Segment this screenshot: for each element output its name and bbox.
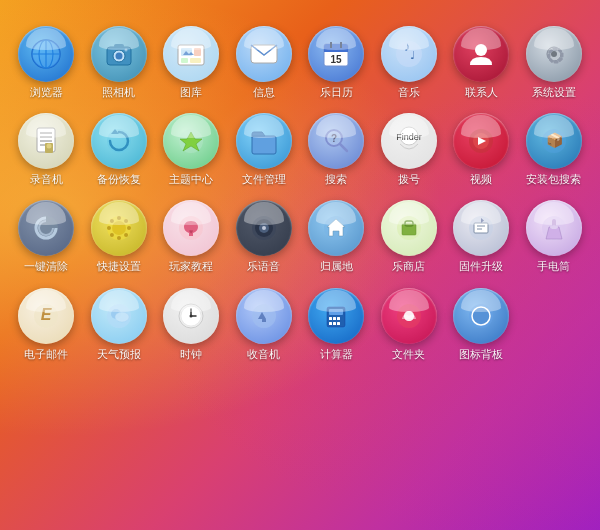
app-item-calculator[interactable]: 计算器	[300, 280, 373, 367]
svg-point-58	[34, 216, 58, 240]
app-label-filemanager: 文件管理	[242, 173, 286, 186]
icon-home	[308, 200, 364, 256]
app-item-folder[interactable]: 文件夹	[373, 280, 446, 367]
svg-point-23	[396, 41, 422, 67]
svg-rect-35	[552, 48, 557, 51]
icon-calculator	[308, 288, 364, 344]
svg-rect-19	[324, 48, 348, 52]
app-item-contacts[interactable]: 联系人	[445, 18, 518, 105]
app-item-flashlight[interactable]: 手电筒	[518, 192, 591, 279]
svg-point-7	[115, 53, 122, 60]
app-item-shortcuts[interactable]: 快捷设置	[83, 192, 156, 279]
app-label-theme: 主题中心	[169, 173, 213, 186]
svg-point-88	[550, 225, 558, 229]
icon-shortcuts	[91, 200, 147, 256]
svg-text:E: E	[41, 306, 53, 323]
app-item-firmware[interactable]: 固件升级	[445, 192, 518, 279]
app-item-calendar[interactable]: 15乐日历	[300, 18, 373, 105]
svg-rect-104	[333, 317, 336, 320]
icon-clock	[163, 288, 219, 344]
svg-rect-81	[474, 223, 488, 233]
app-item-gallery[interactable]: 图库	[155, 18, 228, 105]
app-item-tutorial[interactable]: ♥玩家教程	[155, 192, 228, 279]
icon-search: ?	[308, 113, 364, 169]
svg-rect-31	[553, 61, 558, 64]
icon-gallery	[163, 26, 219, 82]
icon-recorder	[18, 113, 74, 169]
svg-rect-106	[329, 322, 332, 325]
app-item-cleaner[interactable]: 一键清除	[10, 192, 83, 279]
app-item-camera[interactable]: 照相机	[83, 18, 156, 105]
svg-rect-12	[194, 48, 201, 56]
app-label-flashlight: 手电筒	[537, 260, 570, 273]
app-item-video[interactable]: 视频	[445, 105, 518, 192]
svg-point-43	[47, 144, 52, 149]
app-item-iconboard[interactable]: 图标背板	[445, 280, 518, 367]
svg-point-60	[112, 221, 126, 235]
app-label-backup: 备份恢复	[97, 173, 141, 186]
svg-point-62	[124, 233, 128, 237]
app-label-iconboard: 图标背板	[459, 348, 503, 361]
app-item-theme[interactable]: 主题中心	[155, 105, 228, 192]
app-label-weather: 天气预报	[97, 348, 141, 361]
svg-point-66	[110, 219, 114, 223]
app-item-message[interactable]: 信息	[228, 18, 301, 105]
app-item-clock[interactable]: 时钟	[155, 280, 228, 367]
app-label-folder: 文件夹	[392, 348, 425, 361]
app-label-calculator: 计算器	[320, 348, 353, 361]
app-item-home[interactable]: 归属地	[300, 192, 373, 279]
app-label-home: 归属地	[320, 260, 353, 273]
app-label-voice: 乐语音	[247, 260, 280, 273]
icon-radio	[236, 288, 292, 344]
app-label-search: 搜索	[325, 173, 347, 186]
app-item-backup[interactable]: 备份恢复	[83, 105, 156, 192]
svg-rect-33	[547, 54, 550, 59]
icon-camera	[91, 26, 147, 82]
app-item-market[interactable]: 乐商店	[373, 192, 446, 279]
app-item-voice[interactable]: 乐语音	[228, 192, 301, 279]
svg-rect-29	[560, 53, 563, 58]
icon-video	[453, 113, 509, 169]
app-label-recorder: 录音机	[30, 173, 63, 186]
icon-market	[381, 200, 437, 256]
app-item-dial[interactable]: Finder拨号	[373, 105, 446, 192]
app-item-filemanager[interactable]: 文件管理	[228, 105, 301, 192]
icon-theme	[163, 113, 219, 169]
app-item-search[interactable]: ?搜索	[300, 105, 373, 192]
svg-rect-79	[405, 221, 413, 226]
icon-tutorial: ♥	[163, 200, 219, 256]
svg-rect-8	[114, 44, 124, 48]
svg-rect-108	[337, 322, 340, 325]
svg-point-65	[107, 226, 111, 230]
svg-text:📦: 📦	[545, 132, 563, 149]
app-item-recorder[interactable]: 录音机	[10, 105, 83, 192]
app-item-weather[interactable]: 天气预报	[83, 280, 156, 367]
icon-weather	[91, 288, 147, 344]
app-label-gallery: 图库	[180, 86, 202, 99]
icon-cleaner	[18, 200, 74, 256]
app-item-music[interactable]: ♪♩音乐	[373, 18, 446, 105]
app-item-appstore[interactable]: 📦安装包搜索	[518, 105, 591, 192]
svg-rect-102	[329, 309, 343, 315]
app-item-settings[interactable]: 系统设置	[518, 18, 591, 105]
icon-music: ♪♩	[381, 26, 437, 82]
svg-point-67	[117, 216, 121, 220]
app-label-music: 音乐	[398, 86, 420, 99]
icon-voice	[236, 200, 292, 256]
icon-email: E	[18, 288, 74, 344]
app-item-email[interactable]: E电子邮件	[10, 280, 83, 367]
app-label-browser: 浏览器	[30, 86, 63, 99]
icon-calendar: 15	[308, 26, 364, 82]
icon-dial: Finder	[381, 113, 437, 169]
icon-browser	[18, 26, 74, 82]
svg-line-51	[340, 144, 347, 151]
svg-text:♩: ♩	[410, 49, 415, 61]
svg-point-68	[124, 219, 128, 223]
app-label-contacts: 联系人	[465, 86, 498, 99]
svg-point-61	[127, 226, 131, 230]
icon-folder	[381, 288, 437, 344]
app-item-radio[interactable]: 收音机	[228, 280, 301, 367]
app-label-email: 电子邮件	[24, 348, 68, 361]
app-label-video: 视频	[470, 173, 492, 186]
app-item-browser[interactable]: 浏览器	[10, 18, 83, 105]
